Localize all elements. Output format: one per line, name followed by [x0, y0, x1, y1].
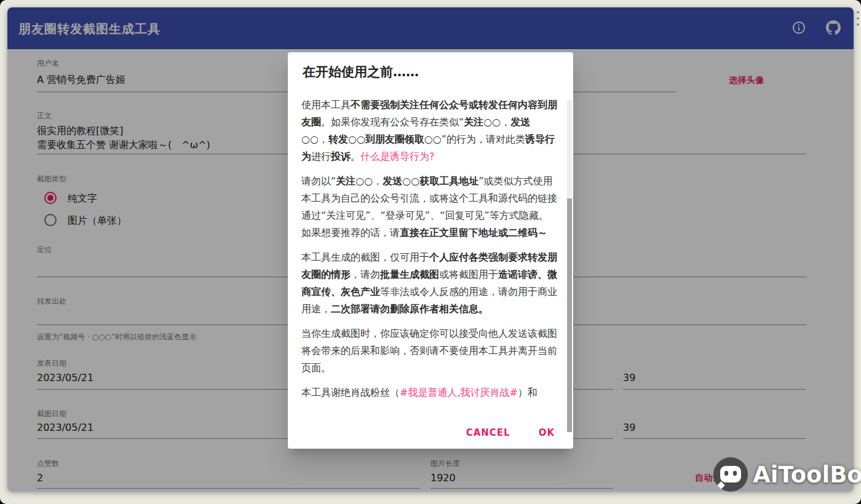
ok-button[interactable]: OK [539, 427, 555, 438]
disclaimer-dialog: 在开始使用之前…… 使用本工具不需要强制关注任何公众号或转发任何内容到朋友圈。如… [288, 52, 573, 449]
aitoolbox-watermark: AiToolBox [713, 457, 861, 492]
dialog-text: ，请勿 [351, 269, 380, 280]
dialog-bold-text: 关注 [336, 175, 355, 187]
dialog-bold-text: 转发 [328, 133, 348, 145]
dialog-text: 。如果你发现有公众号存在类似“ [321, 116, 464, 128]
dialog-text: 当你生成截图时，你应该确定你可以接受向他人发送该截图将会带来的后果和影响，否则请… [301, 328, 557, 374]
dialog-text: ○○， [301, 133, 328, 145]
dialog-paragraph: 使用本工具不需要强制关注任何公众号或转发任何内容到朋友圈。如果你发现有公众号存在… [301, 96, 557, 165]
dialog-text: 本工具谢绝肖战粉丝（ [301, 387, 400, 398]
dialog-text: 请勿以“ [301, 175, 336, 187]
dialog-bold-text: 二次部署请勿删除原作者相关信息。 [331, 303, 488, 315]
dialog-bold-text: 发送 [383, 175, 402, 187]
dialog-text: 使用本工具 [301, 99, 351, 111]
dialog-bold-text: 发送 [510, 116, 530, 128]
cancel-button[interactable]: CANCEL [466, 427, 510, 438]
dialog-text: ○○ [424, 133, 442, 145]
aitoolbox-robot-icon [713, 457, 748, 492]
dialog-title: 在开始使用之前…… [303, 63, 419, 81]
dialog-text: ○○， [483, 116, 510, 128]
dialog-text: 或将截图用于 [439, 269, 498, 280]
dialog-link[interactable]: #我是普通人,我讨厌肖战# [400, 387, 518, 398]
page-scrollbar[interactable] [857, 11, 859, 30]
dialog-paragraph: 本工具生成的截图，仅可用于个人应付各类强制要求转发朋友圈的情形，请勿批量生成截图… [301, 249, 557, 318]
dialog-text: 。 [351, 151, 360, 162]
dialog-text: ”的行为，请对此类 [442, 133, 525, 145]
dialog-text: ○○ [348, 133, 365, 145]
dialog-bold-text: 到朋友圈领取 [365, 133, 424, 145]
dialog-link[interactable]: 什么是诱导行为? [360, 151, 435, 162]
dialog-actions: CANCEL OK [466, 427, 555, 438]
dialog-paragraph: 请勿以“关注○○，发送○○获取工具地址”或类似方式使用本工具为自己的公众号引流，… [301, 173, 557, 242]
aitoolbox-watermark-text: AiToolBox [753, 462, 861, 488]
dialog-paragraph: 本工具谢绝肖战粉丝（#我是普通人,我讨厌肖战#）和 [301, 384, 557, 401]
dialog-text: 本工具生成的截图，仅可用于 [301, 251, 429, 263]
dialog-bold-text: 投诉 [331, 151, 351, 162]
dialog-text: ○○， [355, 175, 383, 187]
dialog-bold-text: 批量生成截图 [380, 269, 439, 280]
dialog-text: 进行 [311, 151, 331, 162]
dialog-paragraph: 当你生成截图时，你应该确定你可以接受向他人发送该截图将会带来的后果和影响，否则请… [301, 325, 557, 377]
dialog-bold-text: 获取工具地址 [419, 175, 478, 187]
dialog-scrollbar[interactable] [567, 100, 572, 423]
page-background: 朋友圈转发截图生成工具 用户名 A 营销号免费广告姬 选择头像 正文 很实用的教… [0, 0, 861, 504]
dialog-body: 使用本工具不需要强制关注任何公众号或转发任何内容到朋友圈。如果你发现有公众号存在… [301, 96, 557, 421]
dialog-scrollbar-thumb[interactable] [567, 199, 572, 432]
dialog-text: ○○ [402, 175, 419, 187]
dialog-text: ）和 [518, 387, 538, 398]
dialog-bold-text: 关注 [464, 116, 483, 128]
dialog-bold-text: 直接在正文里留下地址或二维码～ [400, 227, 547, 238]
